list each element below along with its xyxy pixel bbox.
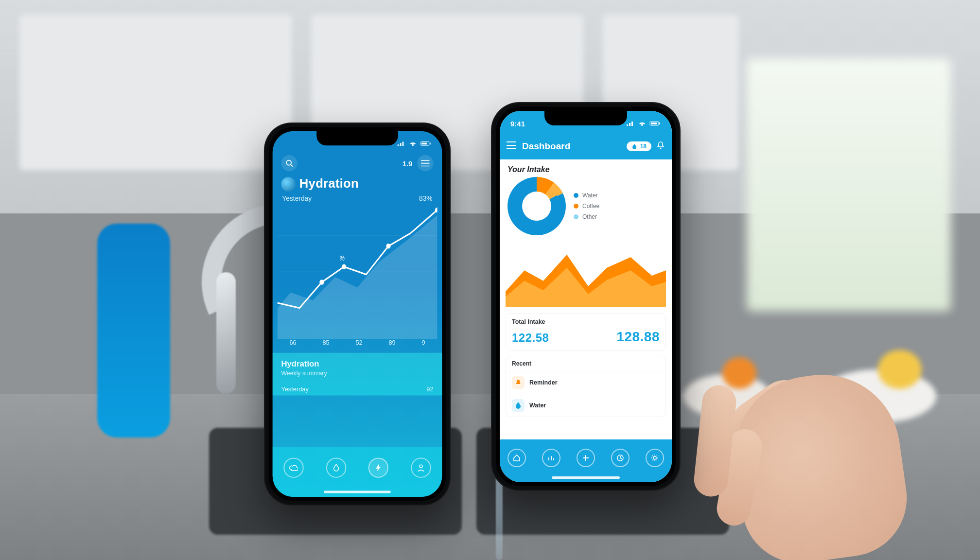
sub-row: Yesterday 83% <box>273 192 442 203</box>
status-time: 9:41 <box>510 120 525 128</box>
phone-right: 9:41 Dashboard 18 <box>491 102 681 491</box>
legend-item: Other <box>582 213 597 220</box>
plus-icon <box>582 454 590 462</box>
status-icons <box>626 121 661 126</box>
svg-point-8 <box>319 280 324 285</box>
top-bar: 1.9 <box>273 153 442 171</box>
drop-icon <box>514 402 522 409</box>
tab-bar <box>273 447 442 497</box>
sub-left: Yesterday <box>282 194 312 202</box>
tab-settings[interactable] <box>646 449 664 469</box>
svg-point-19 <box>653 456 656 459</box>
status-icons <box>397 140 432 146</box>
person-icon <box>417 463 425 472</box>
metric-left: 122.58 <box>512 331 549 345</box>
bell-icon <box>514 379 522 386</box>
menu-icon[interactable] <box>417 155 433 171</box>
svg-point-17 <box>660 148 662 149</box>
app-title: Dashboard <box>522 141 570 152</box>
notch <box>316 131 398 146</box>
intake-pie-chart[interactable] <box>508 177 566 235</box>
tab-history[interactable] <box>611 449 630 469</box>
tab-home[interactable] <box>284 458 304 480</box>
app-bar: Dashboard 18 <box>500 133 672 159</box>
scene: 1.9 Hydration Yesterday 83% <box>0 0 980 560</box>
phone-left-screen: 1.9 Hydration Yesterday 83% <box>273 131 442 497</box>
summary-panel[interactable]: Hydration Weekly summary Yesterday 92 <box>273 353 442 396</box>
battery-icon <box>649 121 661 126</box>
phone-right-screen: 9:41 Dashboard 18 <box>500 111 672 482</box>
tab-add[interactable] <box>368 458 388 480</box>
list-item[interactable]: Reminder <box>506 371 665 394</box>
weekly-area-chart[interactable] <box>506 244 666 307</box>
tab-bar <box>500 439 672 482</box>
wifi-icon <box>638 121 647 126</box>
home-indicator[interactable] <box>324 490 391 493</box>
water-bottle <box>97 224 170 438</box>
svg-rect-2 <box>430 142 431 144</box>
gear-icon <box>651 454 659 462</box>
cloud-icon <box>289 463 298 472</box>
svg-point-13 <box>420 465 422 468</box>
wifi-icon <box>408 140 417 146</box>
signal-icon <box>626 121 635 126</box>
metric-right: 128.88 <box>616 329 660 345</box>
legend-item: Coffee <box>582 203 599 210</box>
section-title: Your Intake <box>508 165 664 174</box>
tab-stats[interactable] <box>326 458 346 480</box>
bell-icon[interactable] <box>656 141 665 152</box>
legend-item: Water <box>582 192 598 199</box>
signal-icon <box>397 140 406 146</box>
tab-add[interactable] <box>577 449 595 469</box>
x-axis-labels: 66 85 52 89 9 <box>273 339 442 350</box>
home-icon <box>513 454 521 462</box>
svg-rect-16 <box>659 122 660 124</box>
recent-list: Recent Reminder Water <box>506 356 666 417</box>
tab-home[interactable] <box>508 449 526 469</box>
search-icon[interactable] <box>281 155 297 171</box>
metric-title: Total Intake <box>512 318 660 325</box>
phone-left: 1.9 Hydration Yesterday 83% <box>264 122 451 506</box>
pie-legend: Water Coffee Other <box>574 192 599 220</box>
panel-sub: Weekly summary <box>281 370 433 377</box>
intake-section: Your Intake Water Coffee Other <box>500 159 672 241</box>
page-title: Hydration <box>281 176 433 192</box>
svg-point-9 <box>342 264 346 270</box>
kitchen-window <box>747 58 951 311</box>
svg-rect-1 <box>421 142 427 144</box>
panel-title: Hydration <box>281 360 433 369</box>
top-value: 1.9 <box>402 159 413 167</box>
drop-icon <box>631 143 637 149</box>
sub-right: 83% <box>419 194 433 202</box>
panel-row-left: Yesterday <box>281 385 308 393</box>
drop-icon <box>332 463 341 472</box>
hydration-line-chart[interactable]: % <box>278 205 438 339</box>
metric-card[interactable]: Total Intake 122.58 128.88 <box>506 313 666 351</box>
clock-icon <box>616 454 624 462</box>
kitchen-cabinet <box>19 15 292 170</box>
x-axis-labels <box>500 307 672 313</box>
chart-icon <box>547 454 555 462</box>
tab-profile[interactable] <box>411 458 431 480</box>
svg-text:%: % <box>339 254 345 262</box>
tab-stats[interactable] <box>542 449 560 469</box>
svg-point-10 <box>386 244 390 249</box>
avatar <box>281 177 296 192</box>
lemon <box>878 350 922 389</box>
bolt-icon <box>374 463 383 472</box>
svg-point-3 <box>286 160 291 165</box>
status-badge[interactable]: 18 <box>627 141 651 151</box>
orange-fruit <box>722 357 756 389</box>
menu-icon[interactable] <box>507 141 516 151</box>
svg-rect-15 <box>651 122 657 124</box>
list-item[interactable]: Water <box>506 394 665 417</box>
notch <box>544 111 627 125</box>
home-indicator[interactable] <box>552 476 620 479</box>
panel-row-right: 92 <box>426 385 433 393</box>
svg-line-4 <box>291 165 293 167</box>
list-title: Recent <box>506 356 665 371</box>
battery-icon <box>420 140 432 146</box>
